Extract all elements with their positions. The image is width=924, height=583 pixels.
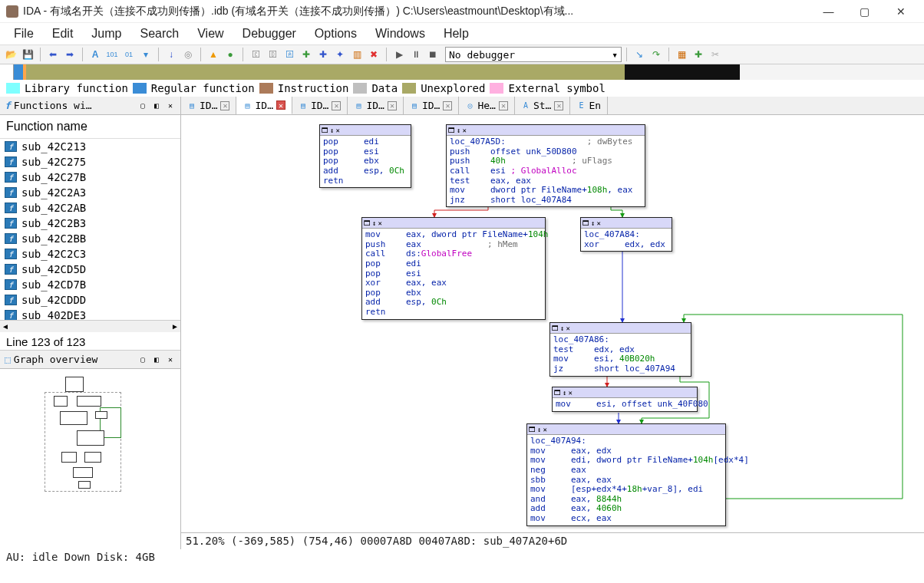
- function-icon: f: [5, 187, 17, 198]
- function-row[interactable]: fsub_42C2A3: [0, 185, 180, 200]
- add-blue-icon[interactable]: ✚: [315, 47, 331, 62]
- pane-float-icon[interactable]: ◧: [151, 100, 162, 111]
- graph-block[interactable]: 🗖↕✕ loc_407A84: xor edx, edx: [580, 217, 672, 252]
- function-row[interactable]: fsub_42C2C3: [0, 246, 180, 262]
- pause-icon[interactable]: ⏸: [408, 47, 424, 62]
- data-icon[interactable]: 🄳: [265, 47, 280, 62]
- delete-icon[interactable]: ✖: [366, 47, 381, 62]
- function-row[interactable]: fsub_42C2BB: [0, 231, 180, 246]
- pane-restore-icon[interactable]: ▢: [137, 100, 148, 111]
- save-icon[interactable]: 💾: [20, 47, 35, 62]
- function-row[interactable]: fsub_402DE3: [0, 308, 180, 320]
- function-name: sub_42CDDD: [21, 294, 86, 306]
- disasm-tab[interactable]: EEn: [570, 97, 608, 114]
- menu-debugger[interactable]: Debugger: [233, 24, 305, 44]
- scissors-icon[interactable]: ✂: [708, 47, 723, 62]
- ascii-icon[interactable]: 🄰: [282, 47, 297, 62]
- tab-icon: ▤: [243, 100, 252, 110]
- function-name: sub_42CD7B: [21, 278, 86, 291]
- function-icon: f: [5, 203, 17, 213]
- function-name: sub_42CD5D: [21, 263, 86, 275]
- graph-view[interactable]: 🗖↕✕ pop edi pop esi pop ebx add esp, 0Ch…: [181, 115, 924, 532]
- tab-close-icon[interactable]: ✕: [388, 101, 397, 110]
- tab-close-icon[interactable]: ✕: [276, 100, 285, 110]
- pane-restore-icon[interactable]: ▢: [137, 354, 148, 364]
- run-icon[interactable]: ▶: [391, 47, 407, 62]
- menu-search[interactable]: Search: [130, 24, 188, 44]
- tab-icon: ◎: [465, 101, 474, 110]
- tab-close-icon[interactable]: ✕: [499, 101, 508, 110]
- navigation-bar[interactable]: [0, 64, 924, 80]
- step-over-icon[interactable]: ↷: [648, 47, 664, 62]
- menu-file[interactable]: File: [5, 24, 43, 44]
- down-arrow-icon[interactable]: ↓: [163, 47, 179, 62]
- color-legend: Library function Regular function Instru…: [0, 80, 924, 97]
- disasm-tab[interactable]: ▤ID…✕: [404, 97, 459, 114]
- stop-icon[interactable]: ⏹: [425, 47, 441, 62]
- function-row[interactable]: fsub_42CDDD: [0, 292, 180, 308]
- chart-icon[interactable]: ▥: [349, 47, 365, 62]
- graph-block[interactable]: 🗖↕✕ loc_407A5D: ; dwBytes push offset un…: [446, 124, 645, 207]
- pane-close-icon[interactable]: ✕: [165, 354, 176, 364]
- forward-icon[interactable]: ➡: [62, 47, 78, 62]
- graph-block[interactable]: 🗖↕✕ loc_407A94: mov eax, edx mov edi, dw…: [526, 423, 726, 526]
- disasm-tab[interactable]: ▤ID…✕: [348, 97, 403, 114]
- pane-float-icon[interactable]: ◧: [151, 354, 162, 364]
- graph-block[interactable]: 🗖↕✕ mov esi, offset unk_40F080: [552, 387, 698, 412]
- open-icon[interactable]: 📂: [3, 47, 18, 62]
- disasm-tab[interactable]: ▤ID…✕: [181, 97, 236, 114]
- back-icon[interactable]: ⬅: [45, 47, 61, 62]
- horizontal-scrollbar[interactable]: ◄►: [0, 320, 180, 332]
- add2-icon[interactable]: ✚: [691, 47, 706, 62]
- graph-block[interactable]: 🗖↕✕ loc_407A86: test edx, edx mov esi, 4…: [549, 322, 691, 377]
- menu-view[interactable]: View: [188, 24, 233, 44]
- function-row[interactable]: fsub_42C2AB: [0, 200, 180, 216]
- imm-icon[interactable]: 01: [121, 47, 137, 62]
- graph-overview[interactable]: [0, 369, 180, 550]
- function-row[interactable]: fsub_42C27B: [0, 170, 180, 185]
- debugger-select[interactable]: No debugger ▾: [445, 47, 622, 62]
- step-into-icon[interactable]: ↘: [632, 47, 647, 62]
- function-row[interactable]: fsub_42C2B3: [0, 216, 180, 231]
- pane-close-icon[interactable]: ✕: [165, 100, 176, 111]
- function-list-header[interactable]: Function name: [0, 115, 180, 139]
- disasm-tab[interactable]: ▤ID…✕: [236, 97, 292, 114]
- disasm-tab[interactable]: ◎He…✕: [459, 97, 514, 114]
- function-row[interactable]: fsub_42C275: [0, 154, 180, 170]
- function-list[interactable]: fsub_42C213fsub_42C275fsub_42C27Bfsub_42…: [0, 139, 180, 320]
- graph-block[interactable]: 🗖↕✕ mov eax, dword ptr FileName+104h pus…: [361, 217, 546, 320]
- binary-icon[interactable]: 101: [104, 47, 120, 62]
- function-row[interactable]: fsub_42CD5D: [0, 262, 180, 277]
- window-title: IDA - 有域名开关（连接不成功则传播）.idb (有域名开关（连接不成功则传…: [23, 5, 811, 18]
- menu-options[interactable]: Options: [305, 24, 366, 44]
- window-icon[interactable]: ▦: [674, 47, 689, 62]
- menu-edit[interactable]: Edit: [43, 24, 83, 44]
- function-icon: f: [5, 310, 17, 320]
- minimize-button[interactable]: —: [811, 1, 846, 22]
- function-row[interactable]: fsub_42CD7B: [0, 277, 180, 292]
- close-button[interactable]: ✕: [883, 1, 918, 22]
- star-icon[interactable]: ✦: [332, 47, 348, 62]
- search-next-icon[interactable]: ▾: [138, 47, 153, 62]
- warning-icon[interactable]: ▲: [206, 47, 221, 62]
- disasm-tab[interactable]: ASt…✕: [515, 97, 570, 114]
- function-row[interactable]: fsub_42C213: [0, 139, 180, 154]
- graph-block[interactable]: 🗖↕✕ pop edi pop esi pop ebx add esp, 0Ch…: [319, 124, 411, 188]
- tab-close-icon[interactable]: ✕: [554, 101, 563, 110]
- block-titlebar: 🗖↕✕: [553, 387, 697, 398]
- add-green-icon[interactable]: ✚: [299, 47, 314, 62]
- maximize-button[interactable]: ▢: [847, 1, 882, 22]
- menu-help[interactable]: Help: [434, 24, 478, 44]
- tab-close-icon[interactable]: ✕: [332, 101, 341, 110]
- tab-close-icon[interactable]: ✕: [220, 101, 229, 110]
- circle-green-icon[interactable]: ●: [223, 47, 238, 62]
- target-icon[interactable]: ◎: [180, 47, 196, 62]
- tab-close-icon[interactable]: ✕: [443, 101, 452, 110]
- disasm-tab[interactable]: ▤ID…✕: [292, 97, 348, 114]
- code-icon[interactable]: 🄲: [248, 47, 263, 62]
- separator: [82, 48, 83, 61]
- separator: [668, 48, 669, 61]
- text-icon[interactable]: A: [87, 47, 103, 62]
- menu-jump[interactable]: Jump: [82, 24, 130, 44]
- menu-windows[interactable]: Windows: [366, 24, 434, 44]
